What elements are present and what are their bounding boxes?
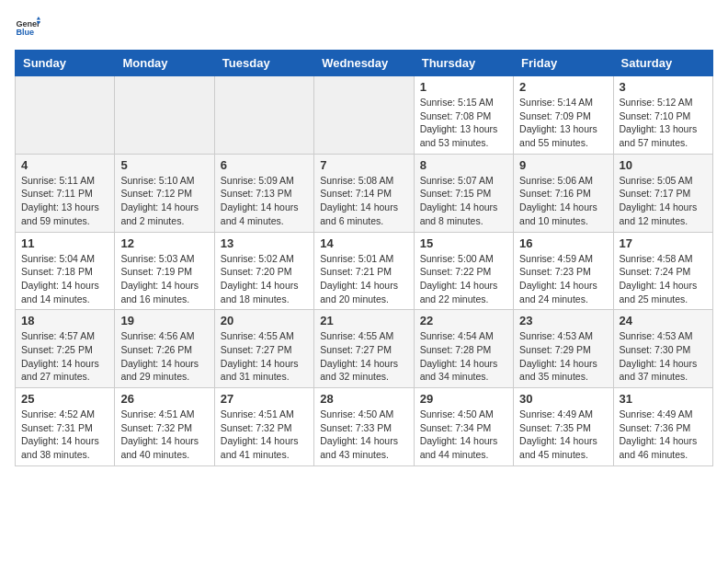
calendar-week-1: 1Sunrise: 5:15 AMSunset: 7:08 PMDaylight… — [16, 76, 713, 155]
day-number: 29 — [420, 392, 507, 406]
day-info: Sunrise: 4:50 AMSunset: 7:33 PMDaylight:… — [320, 408, 407, 462]
day-info: Sunrise: 4:57 AMSunset: 7:25 PMDaylight:… — [21, 329, 108, 384]
day-header-wednesday: Wednesday — [314, 51, 414, 76]
calendar-cell — [16, 76, 115, 155]
day-info: Sunrise: 5:05 AMSunset: 7:17 PMDaylight:… — [620, 174, 707, 228]
calendar-cell: 11Sunrise: 5:04 AMSunset: 7:18 PMDayligh… — [16, 232, 115, 310]
calendar-cell: 10Sunrise: 5:05 AMSunset: 7:17 PMDayligh… — [613, 154, 712, 232]
day-number: 25 — [21, 392, 108, 406]
calendar-cell: 30Sunrise: 4:49 AMSunset: 7:35 PMDayligh… — [514, 388, 613, 466]
calendar-header-row: SundayMondayTuesdayWednesdayThursdayFrid… — [16, 51, 713, 76]
day-info: Sunrise: 5:15 AMSunset: 7:08 PMDaylight:… — [420, 96, 507, 150]
calendar-cell: 24Sunrise: 4:53 AMSunset: 7:30 PMDayligh… — [613, 310, 712, 388]
calendar-cell: 17Sunrise: 4:58 AMSunset: 7:24 PMDayligh… — [613, 232, 712, 310]
day-number: 13 — [221, 236, 308, 250]
calendar-cell — [214, 76, 313, 155]
day-info: Sunrise: 5:14 AMSunset: 7:09 PMDaylight:… — [519, 96, 607, 150]
calendar-cell: 23Sunrise: 4:53 AMSunset: 7:29 PMDayligh… — [514, 310, 613, 388]
day-number: 9 — [519, 158, 607, 172]
day-info: Sunrise: 4:59 AMSunset: 7:23 PMDaylight:… — [519, 252, 607, 306]
day-number: 23 — [519, 314, 607, 327]
calendar-cell: 9Sunrise: 5:06 AMSunset: 7:16 PMDaylight… — [514, 154, 613, 232]
calendar-cell: 21Sunrise: 4:55 AMSunset: 7:27 PMDayligh… — [314, 310, 414, 388]
day-number: 27 — [221, 392, 308, 406]
calendar-cell: 31Sunrise: 4:49 AMSunset: 7:36 PMDayligh… — [613, 388, 712, 466]
day-info: Sunrise: 4:53 AMSunset: 7:29 PMDaylight:… — [519, 329, 607, 384]
day-info: Sunrise: 5:03 AMSunset: 7:19 PMDaylight:… — [120, 252, 208, 306]
calendar-cell: 25Sunrise: 4:52 AMSunset: 7:31 PMDayligh… — [16, 388, 115, 466]
day-info: Sunrise: 4:51 AMSunset: 7:32 PMDaylight:… — [120, 408, 208, 462]
day-number: 8 — [420, 158, 507, 172]
day-number: 18 — [21, 314, 108, 327]
calendar-cell: 13Sunrise: 5:02 AMSunset: 7:20 PMDayligh… — [214, 232, 313, 310]
day-number: 22 — [420, 314, 507, 327]
day-header-tuesday: Tuesday — [214, 51, 313, 76]
day-info: Sunrise: 5:00 AMSunset: 7:22 PMDaylight:… — [420, 252, 507, 306]
day-number: 1 — [420, 80, 507, 94]
calendar-cell — [314, 76, 414, 155]
calendar-cell: 14Sunrise: 5:01 AMSunset: 7:21 PMDayligh… — [314, 232, 414, 310]
svg-text:General: General — [16, 19, 40, 29]
calendar-cell: 2Sunrise: 5:14 AMSunset: 7:09 PMDaylight… — [514, 76, 613, 155]
day-info: Sunrise: 4:52 AMSunset: 7:31 PMDaylight:… — [21, 408, 108, 462]
calendar-cell: 18Sunrise: 4:57 AMSunset: 7:25 PMDayligh… — [16, 310, 115, 388]
day-info: Sunrise: 5:08 AMSunset: 7:14 PMDaylight:… — [320, 174, 407, 228]
day-header-saturday: Saturday — [613, 51, 712, 76]
calendar-cell: 28Sunrise: 4:50 AMSunset: 7:33 PMDayligh… — [314, 388, 414, 466]
calendar-cell: 22Sunrise: 4:54 AMSunset: 7:28 PMDayligh… — [414, 310, 513, 388]
day-info: Sunrise: 4:51 AMSunset: 7:32 PMDaylight:… — [221, 408, 308, 462]
logo-icon: General Blue — [15, 15, 40, 40]
day-info: Sunrise: 4:54 AMSunset: 7:28 PMDaylight:… — [420, 329, 507, 384]
calendar-cell: 19Sunrise: 4:56 AMSunset: 7:26 PMDayligh… — [115, 310, 214, 388]
day-info: Sunrise: 4:50 AMSunset: 7:34 PMDaylight:… — [420, 408, 507, 462]
day-info: Sunrise: 5:12 AMSunset: 7:10 PMDaylight:… — [620, 96, 707, 150]
day-info: Sunrise: 4:58 AMSunset: 7:24 PMDaylight:… — [620, 252, 707, 306]
day-info: Sunrise: 5:07 AMSunset: 7:15 PMDaylight:… — [420, 174, 507, 228]
calendar-cell — [115, 76, 214, 155]
day-info: Sunrise: 5:10 AMSunset: 7:12 PMDaylight:… — [120, 174, 208, 228]
calendar-cell: 1Sunrise: 5:15 AMSunset: 7:08 PMDaylight… — [414, 76, 513, 155]
calendar-week-3: 11Sunrise: 5:04 AMSunset: 7:18 PMDayligh… — [16, 232, 713, 310]
calendar-cell: 6Sunrise: 5:09 AMSunset: 7:13 PMDaylight… — [214, 154, 313, 232]
logo: General Blue — [15, 15, 40, 40]
calendar-cell: 20Sunrise: 4:55 AMSunset: 7:27 PMDayligh… — [214, 310, 313, 388]
day-number: 4 — [21, 158, 108, 172]
day-number: 24 — [620, 314, 707, 327]
calendar: SundayMondayTuesdayWednesdayThursdayFrid… — [15, 50, 713, 466]
day-number: 21 — [320, 314, 407, 327]
header: General Blue — [15, 15, 713, 40]
day-header-sunday: Sunday — [16, 51, 115, 76]
calendar-week-2: 4Sunrise: 5:11 AMSunset: 7:11 PMDaylight… — [16, 154, 713, 232]
calendar-cell: 15Sunrise: 5:00 AMSunset: 7:22 PMDayligh… — [414, 232, 513, 310]
calendar-cell: 4Sunrise: 5:11 AMSunset: 7:11 PMDaylight… — [16, 154, 115, 232]
day-number: 28 — [320, 392, 407, 406]
calendar-cell: 16Sunrise: 4:59 AMSunset: 7:23 PMDayligh… — [514, 232, 613, 310]
calendar-cell: 12Sunrise: 5:03 AMSunset: 7:19 PMDayligh… — [115, 232, 214, 310]
day-number: 7 — [320, 158, 407, 172]
day-header-friday: Friday — [514, 51, 613, 76]
calendar-cell: 3Sunrise: 5:12 AMSunset: 7:10 PMDaylight… — [613, 76, 712, 155]
day-number: 15 — [420, 236, 507, 250]
day-number: 11 — [21, 236, 108, 250]
calendar-cell: 27Sunrise: 4:51 AMSunset: 7:32 PMDayligh… — [214, 388, 313, 466]
day-info: Sunrise: 5:09 AMSunset: 7:13 PMDaylight:… — [221, 174, 308, 228]
day-info: Sunrise: 5:01 AMSunset: 7:21 PMDaylight:… — [320, 252, 407, 306]
day-number: 19 — [120, 314, 208, 327]
day-info: Sunrise: 5:06 AMSunset: 7:16 PMDaylight:… — [519, 174, 607, 228]
day-number: 14 — [320, 236, 407, 250]
day-info: Sunrise: 5:04 AMSunset: 7:18 PMDaylight:… — [21, 252, 108, 306]
day-header-monday: Monday — [115, 51, 214, 76]
day-number: 10 — [620, 158, 707, 172]
svg-marker-2 — [37, 17, 40, 20]
day-info: Sunrise: 4:49 AMSunset: 7:36 PMDaylight:… — [620, 408, 707, 462]
day-number: 26 — [120, 392, 208, 406]
calendar-cell: 8Sunrise: 5:07 AMSunset: 7:15 PMDaylight… — [414, 154, 513, 232]
day-info: Sunrise: 4:56 AMSunset: 7:26 PMDaylight:… — [120, 329, 208, 384]
day-info: Sunrise: 5:11 AMSunset: 7:11 PMDaylight:… — [21, 174, 108, 228]
calendar-week-4: 18Sunrise: 4:57 AMSunset: 7:25 PMDayligh… — [16, 310, 713, 388]
day-info: Sunrise: 4:53 AMSunset: 7:30 PMDaylight:… — [620, 329, 707, 384]
day-info: Sunrise: 4:55 AMSunset: 7:27 PMDaylight:… — [221, 329, 308, 384]
day-number: 12 — [120, 236, 208, 250]
day-number: 17 — [620, 236, 707, 250]
calendar-cell: 26Sunrise: 4:51 AMSunset: 7:32 PMDayligh… — [115, 388, 214, 466]
